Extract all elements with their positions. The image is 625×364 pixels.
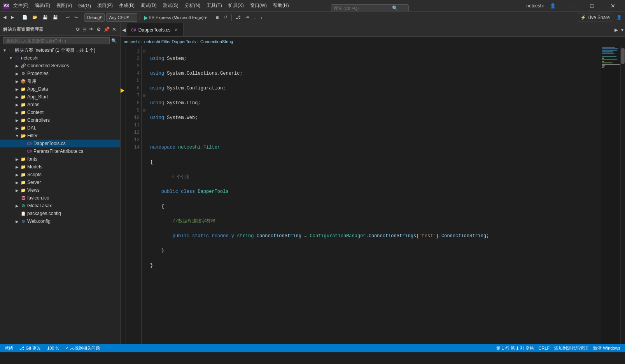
- line-num-8: 8: [129, 100, 140, 107]
- tab-menu-btn[interactable]: ▾: [620, 27, 625, 33]
- live-share-button[interactable]: ⚡ Live Share: [577, 14, 613, 21]
- run-button[interactable]: ▶ IIS Express (Microsoft Edge) ▾: [142, 14, 208, 21]
- sidebar-search-input[interactable]: [3, 37, 110, 44]
- status-add-code[interactable]: 添加到源代码管理: [553, 345, 590, 351]
- sidebar-item-app-start[interactable]: ▶ 📁 App_Start: [0, 93, 120, 101]
- sidebar-item-server[interactable]: ▶ 📁 Server: [0, 178, 120, 186]
- sidebar-item-dal[interactable]: ▶ 📁 DAL: [0, 124, 120, 132]
- minimize-button[interactable]: ─: [562, 0, 580, 12]
- sidebar-item-web-config[interactable]: ▶ ⚙ Web.config: [0, 217, 120, 225]
- status-encoding[interactable]: CRLF: [537, 345, 551, 351]
- sidebar-item-models[interactable]: ▶ 📁 Models: [0, 163, 120, 171]
- vertical-scrollbar[interactable]: [620, 46, 625, 344]
- sidebar-item-content[interactable]: ▶ 📁 Content: [0, 108, 120, 116]
- sidebar-item-areas[interactable]: ▶ 📁 Areas: [0, 101, 120, 108]
- fwd-btn[interactable]: ▶: [9, 14, 16, 21]
- collapse-1[interactable]: ⊟: [142, 48, 147, 55]
- line-num-10: 10: [129, 114, 140, 122]
- sidebar-item-favicon[interactable]: 🖼 favicon.ico: [0, 194, 120, 202]
- filter-icon[interactable]: ⚙: [96, 26, 102, 33]
- tab-close-btn[interactable]: ✕: [173, 27, 179, 33]
- menu-project[interactable]: 项目(P): [95, 2, 115, 10]
- new-file-btn[interactable]: 📄: [21, 14, 29, 21]
- sidebar-item-dappertools[interactable]: C# DapperTools.cs: [0, 140, 120, 147]
- params-filter-label: ParamsFilterAttribute.cs: [33, 149, 83, 154]
- pin-icon[interactable]: 📌: [103, 26, 110, 33]
- step-in-btn[interactable]: ↓: [252, 14, 257, 21]
- sidebar-item-solution[interactable]: ▼ ⬡ 解决方案 'netceshi' (1 个项目，共 1 个): [0, 46, 120, 54]
- code-line-9: public class DapperTools: [150, 188, 598, 196]
- breadcrumb-item-1[interactable]: netceshi: [124, 39, 140, 44]
- redo-btn[interactable]: ↪: [73, 14, 79, 21]
- sidebar-item-params-filter[interactable]: C# ParamsFilterAttribute.cs: [0, 147, 120, 155]
- save-btn[interactable]: 💾: [41, 14, 49, 21]
- step-out-btn[interactable]: ↑: [259, 14, 264, 21]
- collapse-9[interactable]: ⊟: [142, 107, 147, 114]
- tab-scroll-left[interactable]: ◀: [121, 27, 127, 33]
- code-editor[interactable]: 1 2 3 4 5 6 7 8 9 10 11 12 13 14: [121, 46, 625, 344]
- breadcrumb-item-2[interactable]: netceshi.Filter.DapperTools: [144, 39, 196, 44]
- sidebar-item-connected-services[interactable]: ▶ 🔗 Connected Services: [0, 62, 120, 70]
- sidebar-item-scripts[interactable]: ▶ 📁 Scripts: [0, 171, 120, 178]
- menu-tools[interactable]: 工具(T): [204, 2, 224, 10]
- title-search-bar[interactable]: 🔍: [331, 4, 409, 12]
- web-config-arrow: ▶: [14, 219, 20, 224]
- account-btn[interactable]: 👤: [615, 14, 623, 21]
- menu-git[interactable]: Git(G): [76, 2, 93, 9]
- tab-dappertools[interactable]: C# DapperTools.cs ✕: [127, 23, 184, 37]
- sidebar-item-fonts[interactable]: ▶ 📁 fonts: [0, 155, 120, 163]
- status-issues[interactable]: ✓ 未找到相关问题: [64, 345, 102, 351]
- status-watermark[interactable]: 激活 Windows: [592, 345, 622, 351]
- tab-scroll-right[interactable]: ▶: [613, 27, 620, 33]
- menu-edit[interactable]: 编辑(E): [32, 2, 53, 10]
- scroll-thumb[interactable]: [621, 48, 625, 64]
- maximize-button[interactable]: □: [583, 0, 601, 12]
- undo-btn[interactable]: ↩: [65, 14, 71, 21]
- collapse-all-icon[interactable]: ⊟: [82, 26, 88, 33]
- sidebar-item-project[interactable]: ▼ ⬡ netceshi: [0, 54, 120, 62]
- restart-btn[interactable]: ↺: [222, 14, 229, 21]
- sidebar-item-global-asax[interactable]: ▶ ⚙ Global.asax: [0, 202, 120, 210]
- debug-config-dropdown[interactable]: Debug ▾: [84, 13, 105, 22]
- status-ready[interactable]: 就绪: [3, 345, 15, 351]
- status-git[interactable]: ⎇ Git 更改: [18, 345, 42, 351]
- menu-build[interactable]: 生成(B): [117, 2, 137, 10]
- close-panel-icon[interactable]: ✕: [111, 26, 117, 33]
- sidebar-item-app-data[interactable]: ▶ 📁 App_Data: [0, 85, 120, 93]
- step-over-btn[interactable]: ⇥: [244, 14, 250, 21]
- stop-btn[interactable]: ⏹: [214, 14, 221, 21]
- menu-help[interactable]: 帮助(H): [271, 2, 291, 10]
- status-zoom[interactable]: 100 %: [46, 346, 61, 350]
- save-all-btn[interactable]: 💾: [51, 14, 60, 21]
- sidebar-item-views[interactable]: ▶ 📁 Views: [0, 186, 120, 194]
- close-button[interactable]: ✕: [604, 0, 622, 12]
- sidebar-item-controllers[interactable]: ▶ 📁 Controllers: [0, 116, 120, 124]
- sidebar-item-packages-config[interactable]: 📋 packages.config: [0, 210, 120, 217]
- sidebar-item-references[interactable]: ▶ 📦 引用: [0, 77, 120, 85]
- sidebar-title: 解决方案资源管理器: [3, 26, 44, 32]
- title-search-input[interactable]: [334, 6, 392, 10]
- platform-dropdown[interactable]: Any CPU ▾: [106, 13, 137, 22]
- status-line-col[interactable]: 第 1 行 第 1 列 空格: [495, 345, 536, 351]
- breadcrumb-item-3[interactable]: ConnectionString: [200, 39, 233, 44]
- sidebar-item-filter[interactable]: ▼ 📂 Filter: [0, 132, 120, 140]
- menu-analyze[interactable]: 分析(N): [182, 2, 203, 10]
- sync-icon[interactable]: ⟳: [75, 26, 81, 33]
- show-all-icon[interactable]: 👁: [88, 26, 95, 33]
- line-num-12: 12: [129, 129, 140, 136]
- collapse-7[interactable]: ⊟: [142, 92, 147, 100]
- back-btn[interactable]: ◀: [2, 14, 8, 21]
- menu-debug[interactable]: 调试(D): [138, 2, 159, 10]
- sidebar-item-properties[interactable]: ▶ ⚙ Properties: [0, 70, 120, 77]
- menu-extensions[interactable]: 扩展(X): [226, 2, 246, 10]
- code-area[interactable]: using System; using System.Collections.G…: [147, 46, 601, 344]
- menu-test[interactable]: 测试(S): [161, 2, 181, 10]
- sep4: [140, 14, 140, 21]
- fonts-icon: 📁: [20, 157, 26, 162]
- git-btn[interactable]: ⎇: [234, 14, 242, 21]
- sidebar-search-bar[interactable]: 🔍: [0, 36, 120, 46]
- menu-view[interactable]: 视图(V): [54, 2, 74, 10]
- menu-window[interactable]: 窗口(W): [248, 2, 269, 10]
- open-btn[interactable]: 📂: [31, 14, 39, 21]
- menu-file[interactable]: 文件(F): [11, 2, 31, 10]
